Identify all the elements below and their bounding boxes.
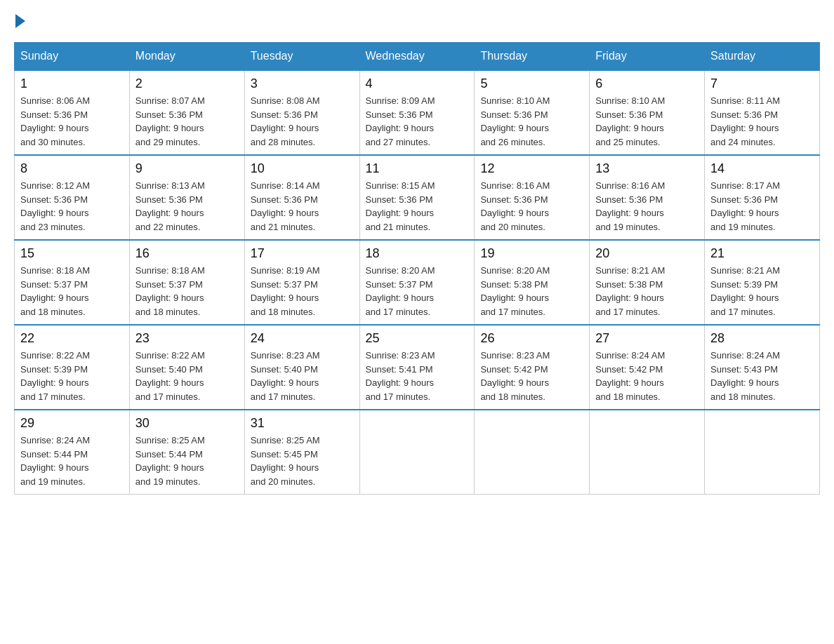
header-friday: Friday bbox=[590, 43, 705, 71]
calendar-cell: 8 Sunrise: 8:12 AM Sunset: 5:36 PM Dayli… bbox=[15, 155, 130, 240]
day-number: 29 bbox=[20, 416, 124, 431]
week-row-3: 15 Sunrise: 8:18 AM Sunset: 5:37 PM Dayl… bbox=[15, 240, 820, 325]
day-info: Sunrise: 8:16 AM Sunset: 5:36 PM Dayligh… bbox=[595, 179, 699, 234]
calendar-cell: 24 Sunrise: 8:23 AM Sunset: 5:40 PM Dayl… bbox=[244, 325, 359, 410]
day-number: 13 bbox=[595, 161, 699, 176]
day-number: 26 bbox=[480, 331, 583, 346]
day-info: Sunrise: 8:25 AM Sunset: 5:45 PM Dayligh… bbox=[251, 434, 354, 488]
day-number: 25 bbox=[366, 331, 469, 346]
calendar-cell: 30 Sunrise: 8:25 AM Sunset: 5:44 PM Dayl… bbox=[129, 410, 244, 495]
day-number: 23 bbox=[135, 331, 239, 346]
header-saturday: Saturday bbox=[705, 43, 820, 71]
day-info: Sunrise: 8:06 AM Sunset: 5:36 PM Dayligh… bbox=[20, 94, 124, 149]
page-header bbox=[14, 14, 820, 28]
day-info: Sunrise: 8:23 AM Sunset: 5:41 PM Dayligh… bbox=[366, 349, 469, 403]
day-info: Sunrise: 8:16 AM Sunset: 5:36 PM Dayligh… bbox=[480, 179, 583, 234]
calendar-cell: 2 Sunrise: 8:07 AM Sunset: 5:36 PM Dayli… bbox=[129, 70, 244, 155]
calendar-cell: 7 Sunrise: 8:11 AM Sunset: 5:36 PM Dayli… bbox=[705, 70, 820, 155]
calendar-cell: 6 Sunrise: 8:10 AM Sunset: 5:36 PM Dayli… bbox=[590, 70, 705, 155]
day-number: 27 bbox=[595, 331, 699, 346]
day-info: Sunrise: 8:10 AM Sunset: 5:36 PM Dayligh… bbox=[595, 94, 699, 149]
day-info: Sunrise: 8:19 AM Sunset: 5:37 PM Dayligh… bbox=[251, 264, 354, 318]
calendar-cell: 15 Sunrise: 8:18 AM Sunset: 5:37 PM Dayl… bbox=[15, 240, 130, 325]
day-number: 19 bbox=[480, 246, 583, 261]
day-number: 1 bbox=[20, 76, 124, 91]
day-number: 9 bbox=[135, 161, 239, 176]
calendar-cell: 22 Sunrise: 8:22 AM Sunset: 5:39 PM Dayl… bbox=[15, 325, 130, 410]
header-sunday: Sunday bbox=[15, 43, 130, 71]
calendar-cell: 4 Sunrise: 8:09 AM Sunset: 5:36 PM Dayli… bbox=[359, 70, 475, 155]
day-number: 14 bbox=[710, 161, 814, 176]
day-info: Sunrise: 8:14 AM Sunset: 5:36 PM Dayligh… bbox=[251, 179, 354, 234]
week-row-5: 29 Sunrise: 8:24 AM Sunset: 5:44 PM Dayl… bbox=[15, 410, 820, 495]
day-number: 20 bbox=[595, 246, 699, 261]
day-number: 22 bbox=[20, 331, 124, 346]
calendar-cell bbox=[590, 410, 705, 495]
day-info: Sunrise: 8:24 AM Sunset: 5:43 PM Dayligh… bbox=[710, 349, 814, 403]
calendar-cell: 5 Sunrise: 8:10 AM Sunset: 5:36 PM Dayli… bbox=[475, 70, 590, 155]
day-info: Sunrise: 8:24 AM Sunset: 5:44 PM Dayligh… bbox=[20, 434, 124, 488]
day-info: Sunrise: 8:21 AM Sunset: 5:39 PM Dayligh… bbox=[710, 264, 814, 318]
calendar-cell bbox=[475, 410, 590, 495]
day-info: Sunrise: 8:08 AM Sunset: 5:36 PM Dayligh… bbox=[251, 94, 354, 149]
day-number: 11 bbox=[366, 161, 469, 176]
week-row-4: 22 Sunrise: 8:22 AM Sunset: 5:39 PM Dayl… bbox=[15, 325, 820, 410]
calendar-cell: 31 Sunrise: 8:25 AM Sunset: 5:45 PM Dayl… bbox=[244, 410, 359, 495]
calendar-cell: 10 Sunrise: 8:14 AM Sunset: 5:36 PM Dayl… bbox=[244, 155, 359, 240]
day-info: Sunrise: 8:13 AM Sunset: 5:36 PM Dayligh… bbox=[135, 179, 239, 234]
header-thursday: Thursday bbox=[475, 43, 590, 71]
day-info: Sunrise: 8:07 AM Sunset: 5:36 PM Dayligh… bbox=[135, 94, 239, 149]
day-number: 5 bbox=[480, 76, 583, 91]
day-info: Sunrise: 8:24 AM Sunset: 5:42 PM Dayligh… bbox=[595, 349, 699, 403]
calendar-cell: 26 Sunrise: 8:23 AM Sunset: 5:42 PM Dayl… bbox=[475, 325, 590, 410]
calendar-cell: 20 Sunrise: 8:21 AM Sunset: 5:38 PM Dayl… bbox=[590, 240, 705, 325]
day-info: Sunrise: 8:22 AM Sunset: 5:40 PM Dayligh… bbox=[135, 349, 239, 403]
day-number: 18 bbox=[366, 246, 469, 261]
calendar-cell: 19 Sunrise: 8:20 AM Sunset: 5:38 PM Dayl… bbox=[475, 240, 590, 325]
day-number: 28 bbox=[710, 331, 814, 346]
day-number: 12 bbox=[480, 161, 583, 176]
calendar-cell: 1 Sunrise: 8:06 AM Sunset: 5:36 PM Dayli… bbox=[15, 70, 130, 155]
day-info: Sunrise: 8:18 AM Sunset: 5:37 PM Dayligh… bbox=[20, 264, 124, 318]
day-number: 21 bbox=[710, 246, 814, 261]
calendar-cell: 21 Sunrise: 8:21 AM Sunset: 5:39 PM Dayl… bbox=[705, 240, 820, 325]
calendar-header-row: SundayMondayTuesdayWednesdayThursdayFrid… bbox=[15, 43, 820, 71]
day-info: Sunrise: 8:23 AM Sunset: 5:40 PM Dayligh… bbox=[251, 349, 354, 403]
calendar-cell: 11 Sunrise: 8:15 AM Sunset: 5:36 PM Dayl… bbox=[359, 155, 475, 240]
header-wednesday: Wednesday bbox=[359, 43, 475, 71]
day-info: Sunrise: 8:23 AM Sunset: 5:42 PM Dayligh… bbox=[480, 349, 583, 403]
calendar-cell: 16 Sunrise: 8:18 AM Sunset: 5:37 PM Dayl… bbox=[129, 240, 244, 325]
day-info: Sunrise: 8:21 AM Sunset: 5:38 PM Dayligh… bbox=[595, 264, 699, 318]
day-info: Sunrise: 8:25 AM Sunset: 5:44 PM Dayligh… bbox=[135, 434, 239, 488]
day-info: Sunrise: 8:20 AM Sunset: 5:38 PM Dayligh… bbox=[480, 264, 583, 318]
day-number: 15 bbox=[20, 246, 124, 261]
calendar-table: SundayMondayTuesdayWednesdayThursdayFrid… bbox=[14, 42, 820, 495]
day-number: 31 bbox=[251, 416, 354, 431]
calendar-cell bbox=[359, 410, 475, 495]
day-info: Sunrise: 8:18 AM Sunset: 5:37 PM Dayligh… bbox=[135, 264, 239, 318]
day-number: 7 bbox=[710, 76, 814, 91]
day-info: Sunrise: 8:17 AM Sunset: 5:36 PM Dayligh… bbox=[710, 179, 814, 234]
calendar-cell bbox=[705, 410, 820, 495]
day-number: 8 bbox=[20, 161, 124, 176]
day-info: Sunrise: 8:22 AM Sunset: 5:39 PM Dayligh… bbox=[20, 349, 124, 403]
calendar-cell: 27 Sunrise: 8:24 AM Sunset: 5:42 PM Dayl… bbox=[590, 325, 705, 410]
day-info: Sunrise: 8:15 AM Sunset: 5:36 PM Dayligh… bbox=[366, 179, 469, 234]
logo bbox=[14, 14, 27, 28]
day-number: 24 bbox=[251, 331, 354, 346]
day-number: 3 bbox=[251, 76, 354, 91]
day-info: Sunrise: 8:09 AM Sunset: 5:36 PM Dayligh… bbox=[366, 94, 469, 149]
calendar-cell: 25 Sunrise: 8:23 AM Sunset: 5:41 PM Dayl… bbox=[359, 325, 475, 410]
day-number: 10 bbox=[251, 161, 354, 176]
calendar-cell: 28 Sunrise: 8:24 AM Sunset: 5:43 PM Dayl… bbox=[705, 325, 820, 410]
calendar-cell: 18 Sunrise: 8:20 AM Sunset: 5:37 PM Dayl… bbox=[359, 240, 475, 325]
logo-arrow-icon bbox=[15, 14, 25, 28]
calendar-cell: 13 Sunrise: 8:16 AM Sunset: 5:36 PM Dayl… bbox=[590, 155, 705, 240]
calendar-cell: 9 Sunrise: 8:13 AM Sunset: 5:36 PM Dayli… bbox=[129, 155, 244, 240]
day-info: Sunrise: 8:10 AM Sunset: 5:36 PM Dayligh… bbox=[480, 94, 583, 149]
day-info: Sunrise: 8:11 AM Sunset: 5:36 PM Dayligh… bbox=[710, 94, 814, 149]
week-row-1: 1 Sunrise: 8:06 AM Sunset: 5:36 PM Dayli… bbox=[15, 70, 820, 155]
day-number: 2 bbox=[135, 76, 239, 91]
day-info: Sunrise: 8:20 AM Sunset: 5:37 PM Dayligh… bbox=[366, 264, 469, 318]
header-monday: Monday bbox=[129, 43, 244, 71]
